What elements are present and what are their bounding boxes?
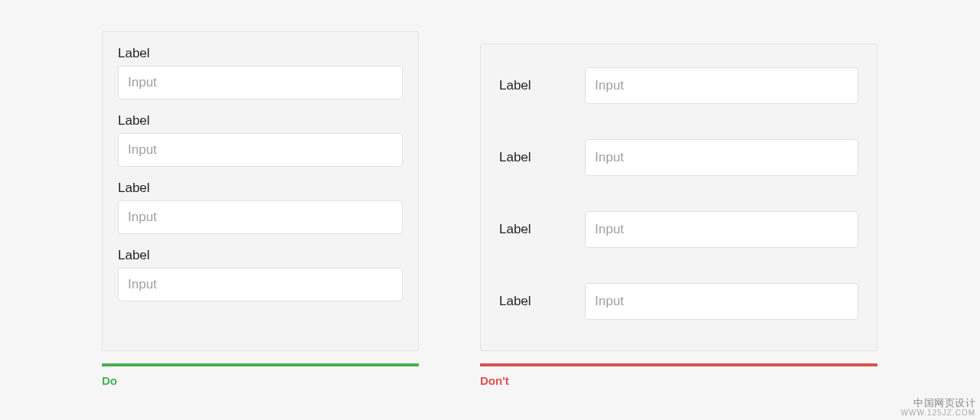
watermark-line-1: 中国网页设计: [901, 398, 975, 409]
field-label: Label: [118, 46, 403, 61]
watermark-line-2: WWW.125JZ.COM: [901, 409, 975, 417]
form-field: Label: [499, 283, 858, 320]
field-label: Label: [499, 78, 585, 93]
watermark: 中国网页设计 WWW.125JZ.COM: [901, 398, 975, 417]
text-input[interactable]: [585, 139, 858, 176]
form-field: Label: [118, 113, 403, 167]
form-field: Label: [118, 181, 403, 234]
form-field: Label: [499, 211, 858, 248]
field-label: Label: [118, 181, 403, 196]
text-input[interactable]: [118, 133, 403, 167]
form-field: Label: [499, 67, 858, 104]
text-input[interactable]: [585, 283, 858, 320]
do-caption: Do: [102, 374, 117, 387]
text-input[interactable]: [585, 67, 858, 104]
form-field: Label: [118, 46, 403, 99]
form-field: Label: [118, 248, 403, 301]
comparison-canvas: Label Label Label Label Label Label Labe…: [0, 0, 980, 420]
field-label: Label: [118, 113, 403, 129]
field-label: Label: [499, 222, 585, 237]
field-label: Label: [499, 294, 585, 309]
field-label: Label: [499, 150, 585, 165]
field-label: Label: [118, 248, 403, 263]
do-indicator-bar: [102, 363, 419, 366]
dont-caption: Don't: [480, 374, 509, 387]
text-input[interactable]: [118, 200, 403, 234]
text-input[interactable]: [118, 66, 403, 99]
dont-indicator-bar: [480, 363, 877, 366]
dont-panel: Label Label Label Label: [480, 44, 877, 351]
text-input[interactable]: [118, 268, 403, 301]
do-panel: Label Label Label Label: [102, 31, 419, 351]
text-input[interactable]: [585, 211, 858, 248]
form-field: Label: [499, 139, 858, 176]
